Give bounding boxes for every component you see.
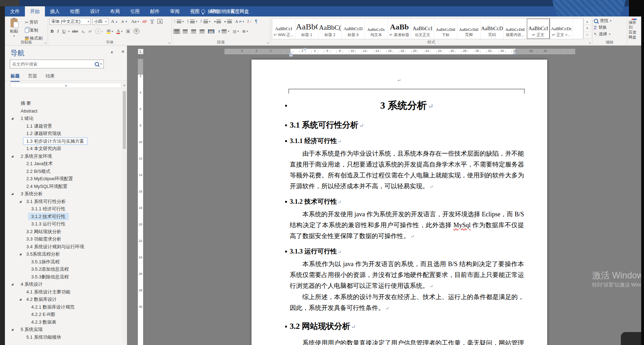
clear-formatting-button[interactable] — [141, 20, 148, 23]
tree-item-2[interactable]: ◢1 绪论 — [5, 115, 122, 122]
headings-scroll-up-bar[interactable]: ▲ — [11, 83, 121, 88]
tree-item-5[interactable]: 1.3 初步设计方法与实施方案 — [5, 137, 122, 145]
ribbon-tab-4[interactable]: 设计 — [85, 6, 105, 16]
numbering-button[interactable]: 123▾ — [186, 19, 198, 24]
superscript-button[interactable]: x² — [87, 29, 93, 34]
ribbon-tab-5[interactable]: 布局 — [105, 6, 125, 16]
character-shading-button[interactable]: A — [125, 29, 131, 34]
font-size-combo[interactable]: 小四▾ — [92, 18, 108, 25]
style-item-1[interactable]: AaBbC标题 1 — [295, 19, 318, 39]
styles-dialog-launcher[interactable]: ↘ — [588, 41, 591, 45]
style-item-4[interactable]: AaBbCcDc纯文本 — [365, 19, 388, 39]
decrease-indent-button[interactable]: ◂ — [213, 19, 222, 23]
tree-item-30[interactable]: ◢5 系统实现 — [5, 326, 122, 333]
tree-item-0[interactable]: 摘 要 — [5, 100, 122, 107]
tree-item-6[interactable]: 1.4 本文研究内容 — [5, 145, 122, 153]
style-item-3[interactable]: AaBbCcD标题 9 — [342, 19, 365, 39]
collapse-triangle-icon[interactable]: ◢ — [11, 190, 13, 198]
ribbon-tab-7[interactable]: 邮件 — [145, 6, 165, 16]
tree-item-17[interactable]: 3.2 网站现状分析 — [5, 228, 122, 236]
tree-item-22[interactable]: 3.5.2添加信息流程 — [5, 265, 122, 273]
tree-item-8[interactable]: 2.1 Java技术 — [5, 160, 122, 168]
subscript-button[interactable]: x₂ — [81, 29, 86, 34]
bold-button[interactable]: B — [49, 28, 55, 34]
enclose-characters-button[interactable]: 字 — [133, 28, 140, 34]
ribbon-tab-2[interactable]: 插入 — [45, 6, 65, 16]
text-effects-button[interactable]: A▾ — [94, 28, 104, 34]
tree-item-26[interactable]: ◢4.2 数据库设计 — [5, 296, 122, 303]
sort-button[interactable]: AZ↓ — [246, 19, 253, 23]
font-dialog-launcher[interactable]: ↘ — [168, 41, 170, 45]
first-line-indent-marker[interactable] — [303, 48, 307, 50]
heading-3[interactable]: 3 系统分析↵ — [290, 99, 524, 113]
navigation-scrollbar[interactable]: ▲ — [122, 83, 126, 343]
style-item-6[interactable]: AaBbCcI论文正文 — [411, 19, 434, 39]
search-input[interactable] — [10, 62, 95, 67]
collapse-triangle-icon[interactable]: ◢ — [11, 326, 13, 333]
heading-3.1.1[interactable]: 3.1.1 经济可行性↵ — [290, 136, 524, 146]
ribbon-tab-3[interactable]: 绘图 — [65, 6, 85, 16]
tree-item-13[interactable]: ◢3.1 系统可行性分析 — [5, 198, 122, 205]
heading-3.1.2[interactable]: 3.1.2 技术可行性↵ — [290, 197, 524, 207]
multilevel-list-button[interactable]: 1ai▾ — [200, 19, 212, 24]
tree-item-23[interactable]: 3.5.3删除信息流程 — [5, 273, 122, 281]
outline-bullet-icon[interactable] — [285, 105, 287, 107]
align-right-button[interactable] — [190, 29, 197, 34]
style-item-7[interactable]: AaBbCcDdI下标 — [434, 19, 457, 39]
navigation-menu-icon[interactable]: ▼ — [110, 50, 114, 54]
font-color-button[interactable]: A▾ — [115, 28, 123, 35]
align-left-button[interactable] — [173, 29, 180, 34]
style-item-2[interactable]: AaBbC(标题 2 — [318, 19, 342, 39]
collapse-triangle-icon[interactable]: ◢ — [19, 198, 21, 205]
collapse-triangle-icon[interactable]: ◢ — [19, 296, 21, 303]
tree-item-20[interactable]: ◢3.5系统流程分析 — [5, 250, 122, 258]
heading-3.1.3[interactable]: 3.1.3 运行可行性↵ — [290, 247, 524, 257]
baidu-save-group[interactable]: 保存到 百度网盘 — [627, 16, 641, 45]
underline-button[interactable]: U — [61, 28, 67, 34]
document-content[interactable]: 3 系统分析↵3.1 系统可行性分析↵3.1.1 经济可行性↵由于本系统是作为毕… — [290, 94, 524, 345]
replace-button[interactable]: abac 替换 — [594, 24, 625, 31]
tree-item-11[interactable]: 2.4 MySQL环境配置 — [5, 183, 122, 190]
styles-scroll-down[interactable]: ▾ — [584, 25, 591, 32]
style-item-11[interactable]: AaBbCcI↵ 正文 — [527, 19, 550, 39]
tree-item-14[interactable]: 3.1.1 经济可行性 — [5, 205, 122, 213]
tree-item-24[interactable]: ◢4 系统设计 — [5, 280, 122, 288]
paste-button[interactable]: 粘贴 ▾ — [6, 18, 22, 40]
ribbon-tab-8[interactable]: 审阅 — [165, 6, 185, 16]
font-name-combo[interactable]: 宋体 (中文正文)▾ — [49, 18, 91, 25]
tree-item-15[interactable]: 3.1.2 技术可行性 — [5, 213, 122, 221]
select-button[interactable]: ↖ 选择▾ — [594, 31, 625, 38]
tree-item-4[interactable]: 1.2 课题研究现状 — [5, 130, 122, 137]
find-button[interactable]: 查找▾ — [594, 18, 625, 24]
tree-item-9[interactable]: 2.2 B/S模式 — [5, 168, 122, 175]
outline-bullet-icon[interactable] — [285, 251, 287, 252]
search-dropdown-icon[interactable]: ▾ — [100, 62, 102, 66]
bullets-button[interactable]: •••▾ — [173, 19, 185, 24]
increase-indent-button[interactable]: ▸ — [223, 19, 233, 23]
heading-3.2[interactable]: 3.2 网站现状分析↵ — [290, 321, 524, 333]
scrollbar-up-icon[interactable]: ▲ — [122, 83, 126, 88]
styles-more-button[interactable]: ▿ — [584, 32, 591, 39]
strikethrough-button[interactable]: abc — [71, 29, 79, 34]
distributed-button[interactable] — [207, 29, 215, 34]
tree-item-1[interactable]: Abstract — [5, 107, 122, 115]
styles-scroll-up[interactable]: ▴ — [584, 18, 591, 25]
line-spacing-button[interactable]: ⇕▾ — [217, 29, 230, 34]
clipboard-dialog-launcher[interactable]: ↘ — [44, 41, 47, 45]
scrollbar-thumb[interactable] — [123, 91, 126, 149]
style-item-0[interactable]: AaBbCcI↵ WW-正... — [272, 19, 295, 39]
collapse-triangle-icon[interactable]: ◢ — [19, 250, 21, 258]
tree-item-12[interactable]: ◢3 系统分析 — [5, 190, 122, 198]
ribbon-tab-6[interactable]: 引用 — [125, 6, 145, 16]
style-item-5[interactable]: AaBb↵ 基准标题 — [388, 19, 411, 39]
tab-stop-selector[interactable]: L — [138, 49, 143, 54]
show-hide-marks-button[interactable]: ¶ — [254, 19, 258, 24]
phonetic-guide-button[interactable]: wén文 — [149, 19, 155, 25]
tree-item-29[interactable]: 4.2.3 数据表 — [5, 318, 122, 326]
document-search-box[interactable]: ▾ — [10, 60, 104, 68]
hanging-indent-marker[interactable] — [289, 52, 292, 54]
left-indent-marker[interactable] — [289, 54, 293, 57]
outline-bullet-icon[interactable] — [285, 140, 287, 142]
collapse-triangle-icon[interactable]: ◢ — [11, 115, 13, 122]
shrink-font-button[interactable]: A▼ — [120, 19, 129, 24]
